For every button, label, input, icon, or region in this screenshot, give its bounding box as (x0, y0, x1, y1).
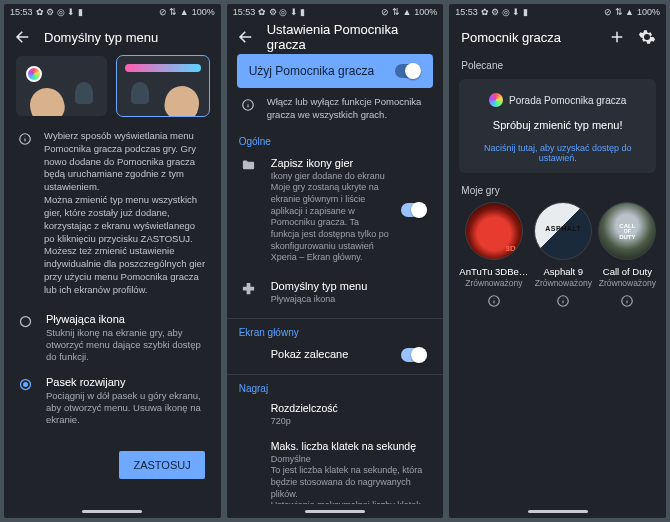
radio-pulldown-title: Pasek rozwijany (46, 376, 207, 388)
page-title: Ustawienia Pomocnika gracza (267, 22, 434, 52)
promo-message: Spróbuj zmienić typ menu! (469, 119, 646, 131)
battery-text: 100% (414, 7, 437, 17)
radio-pulldown-desc: Pociągnij w dół pasek u góry ekranu, aby… (46, 390, 207, 427)
screen-settings: 15:53 ✿ ⚙ ◎ ⬇ ▮ ⊘ ⇅ ▲ 100% Ustawienia Po… (227, 4, 444, 518)
page-title: Pomocnik gracza (461, 30, 596, 45)
section-my-games: Moje gry (449, 179, 666, 198)
setting-max-fps[interactable]: Maks. liczba klatek na sekundę Domyślne … (227, 434, 444, 505)
back-icon[interactable] (14, 28, 32, 46)
game-card[interactable]: ASPHALT Asphalt 9 Zrównoważony (534, 202, 592, 310)
radio-floating[interactable]: Pływająca ikona Stuknij ikonę na ekranie… (4, 307, 221, 370)
info-icon[interactable] (534, 294, 592, 310)
info-text: Wybierz sposób wyświetlania menu Pomocni… (44, 130, 207, 297)
radio-off-icon (18, 313, 34, 331)
screen-default-menu-type: 15:53 ✿ ⚙ ◎ ⬇ ▮ ⊘ ⇅ ▲ 100% Domyślny typ … (4, 4, 221, 518)
save-icons-title: Zapisz ikony gier (271, 157, 390, 169)
section-record: Nagraj (227, 379, 444, 396)
menu-type-title: Domyślny typ menu (271, 280, 430, 292)
radio-floating-title: Pływająca ikona (46, 313, 207, 325)
menu-type-desc: Pływająca ikona (271, 294, 430, 306)
promo-chip: Porada Pomocnika gracza (489, 93, 626, 107)
status-bar: 15:53 ✿ ⚙ ◎ ⬇ ▮ ⊘ ⇅ ▲ 100% (449, 4, 666, 20)
radio-pulldown[interactable]: Pasek rozwijany Pociągnij w dół pasek u … (4, 370, 221, 433)
status-time: 15:53 (10, 7, 33, 17)
app-bar: Ustawienia Pomocnika gracza (227, 20, 444, 54)
add-icon[interactable] (608, 28, 626, 46)
game-name: Asphalt 9 (534, 266, 592, 277)
game-card[interactable]: 3D AnTuTu 3DBe… Zrównoważony (459, 202, 528, 310)
game-mode: Zrównoważony (534, 278, 592, 288)
status-icons: ✿ ⚙ ◎ ⬇ ▮ (481, 7, 528, 17)
option-thumb-floating[interactable] (16, 56, 107, 116)
status-bar: 15:53 ✿ ⚙ ◎ ⬇ ▮ ⊘ ⇅ ▲ 100% (227, 4, 444, 20)
app-bar: Pomocnik gracza (449, 20, 666, 54)
game-card[interactable]: CALLOFDUTY Call of Duty Zrównoważony (598, 202, 656, 310)
switch-on-icon[interactable] (401, 348, 427, 362)
back-icon[interactable] (237, 28, 255, 46)
signal-icon: ⊘ ⇅ ▲ (159, 7, 189, 17)
dpad-icon (241, 280, 259, 298)
game-mode: Zrównoważony (459, 278, 528, 288)
status-icons: ✿ ⚙ ◎ ⬇ ▮ (258, 7, 305, 17)
gear-icon[interactable] (638, 28, 656, 46)
screen-game-helper: 15:53 ✿ ⚙ ◎ ⬇ ▮ ⊘ ⇅ ▲ 100% Pomocnik grac… (449, 4, 666, 518)
game-name: Call of Duty (598, 266, 656, 277)
fps-title: Maks. liczba klatek na sekundę (271, 440, 430, 452)
master-toggle-row[interactable]: Użyj Pomocnika gracza (237, 54, 434, 88)
info-icon (241, 96, 257, 122)
resolution-title: Rozdzielczość (271, 402, 430, 414)
status-time: 15:53 (455, 7, 478, 17)
master-toggle-desc: Włącz lub wyłącz funkcje Pomocnika gracz… (267, 96, 430, 122)
signal-icon: ⊘ ⇅ ▲ (381, 7, 411, 17)
section-general: Ogólne (227, 132, 444, 149)
svg-point-1 (21, 316, 31, 326)
save-icons-desc: Ikony gier dodane do ekranu Moje gry zos… (271, 171, 390, 265)
section-home: Ekran główny (227, 323, 444, 340)
svg-point-3 (23, 382, 28, 387)
color-wheel-icon (489, 93, 503, 107)
nav-bar (227, 504, 444, 518)
promo-chip-label: Porada Pomocnika gracza (509, 95, 626, 106)
info-icon[interactable] (598, 294, 656, 310)
status-bar: 15:53 ✿ ⚙ ◎ ⬇ ▮ ⊘ ⇅ ▲ 100% (4, 4, 221, 20)
nav-bar (449, 504, 666, 518)
app-bar: Domyślny typ menu (4, 20, 221, 54)
section-recommended: Polecane (449, 54, 666, 73)
show-rec-title: Pokaż zalecane (271, 348, 390, 360)
signal-icon: ⊘ ⇅ ▲ (604, 7, 634, 17)
setting-menu-type[interactable]: Domyślny typ menu Pływająca ikona (227, 272, 444, 314)
resolution-value: 720p (271, 416, 430, 428)
status-time: 15:53 (233, 7, 256, 17)
game-art: 3D (465, 202, 523, 260)
battery-text: 100% (192, 7, 215, 17)
info-icon[interactable] (459, 294, 528, 310)
radio-floating-desc: Stuknij ikonę na ekranie gry, aby otworz… (46, 327, 207, 364)
master-toggle-label: Użyj Pomocnika gracza (249, 64, 374, 78)
switch-on-icon[interactable] (395, 64, 421, 78)
battery-text: 100% (637, 7, 660, 17)
game-name: AnTuTu 3DBe… (459, 266, 528, 277)
game-mode: Zrównoważony (598, 278, 656, 288)
setting-show-recommended[interactable]: Pokaż zalecane (227, 340, 444, 370)
promo-card[interactable]: Porada Pomocnika gracza Spróbuj zmienić … (459, 79, 656, 173)
page-title: Domyślny typ menu (44, 30, 211, 45)
folder-icon (241, 157, 259, 175)
radio-on-icon (18, 376, 34, 394)
apply-button[interactable]: ZASTOSUJ (119, 451, 204, 479)
nav-bar (4, 504, 221, 518)
fps-desc: Domyślne To jest liczba klatek na sekund… (271, 454, 430, 505)
promo-link[interactable]: Naciśnij tutaj, aby uzyskać dostęp do us… (469, 143, 646, 163)
info-icon (18, 130, 34, 297)
info-block: Wybierz sposób wyświetlania menu Pomocni… (4, 124, 221, 307)
game-art: CALLOFDUTY (598, 202, 656, 260)
option-thumb-pulldown[interactable] (117, 56, 208, 116)
setting-save-icons[interactable]: Zapisz ikony gier Ikony gier dodane do e… (227, 149, 444, 273)
setting-resolution[interactable]: Rozdzielczość 720p (227, 396, 444, 434)
switch-on-icon[interactable] (401, 203, 427, 217)
game-art: ASPHALT (534, 202, 592, 260)
gear-icon: ✿ ⚙ ◎ ⬇ ▮ (36, 7, 83, 17)
